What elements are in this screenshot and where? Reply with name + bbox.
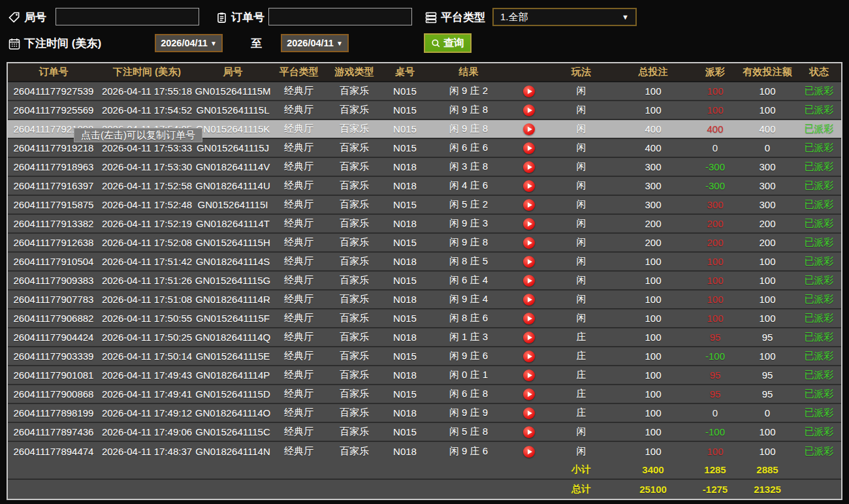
play-type-cell: 庄 [549,385,614,403]
order-cell[interactable]: 260411177916397 [8,177,99,195]
game-cell: 百家乐 [327,139,382,157]
header-round: 局号 [195,63,271,81]
table-row[interactable]: 2604111779133822026-04-11 17:52:19GN0182… [8,215,841,234]
status-cell: 已派彩 [797,366,841,384]
play-video-icon[interactable] [523,313,535,324]
order-cell[interactable]: 260411177901081 [8,366,99,384]
result-cell: 闲 9 庄 8 [428,120,509,138]
order-cell[interactable]: 260411177906882 [8,309,99,327]
payout-cell: 300 [692,196,738,213]
order-input[interactable] [268,8,412,25]
total-bet-cell: 300 [614,196,692,213]
table-cell: N018 [382,442,428,461]
date-range-to-label: 至 [251,36,262,51]
play-video-icon[interactable] [523,332,535,343]
order-cell[interactable]: 260411177913382 [8,215,99,232]
table-row[interactable]: 2604111779068822026-04-11 17:50:55GN0152… [8,309,841,328]
table-row[interactable]: 2604111779275392026-04-11 17:55:18GN0152… [8,82,841,101]
order-cell[interactable]: 260411177912638 [8,234,99,251]
grandtotal-payout: -1275 [692,480,738,499]
payout-cell: -300 [692,158,738,176]
play-video-icon[interactable] [523,161,535,173]
table-row[interactable]: 2604111779077832026-04-11 17:51:08GN0182… [8,291,841,309]
order-cell[interactable]: 260411177909383 [8,272,99,289]
table-row[interactable]: 2604111778981992026-04-11 17:49:12GN0182… [8,404,841,423]
order-cell[interactable]: 260411177904424 [8,328,99,346]
play-video-icon[interactable] [523,256,535,268]
play-video-icon[interactable] [523,294,535,306]
total-bet-cell: 100 [614,253,692,270]
server-stack-icon [424,11,438,24]
order-cell[interactable]: 260411177903339 [8,347,99,365]
order-cell[interactable]: 260411177925569 [8,101,99,119]
play-video-icon[interactable] [523,370,535,381]
play-video-icon[interactable] [523,218,535,230]
game-cell: 百家乐 [327,196,382,213]
valid-bet-cell: 100 [738,82,797,100]
table-row[interactable]: 2604111779010812026-04-11 17:49:43GN0182… [8,366,841,385]
table-cell: N018 [382,177,428,195]
bet-time-cell: 2026-04-11 17:48:37 [99,442,195,461]
play-video-icon[interactable] [523,351,535,362]
date-from-select[interactable]: 2026/04/11 ▼ [155,34,223,52]
play-video-icon[interactable] [523,426,535,438]
order-cell[interactable]: 260411177894474 [8,442,99,461]
table-row[interactable]: 2604111778944742026-04-11 17:48:37GN0182… [8,442,841,461]
play-video-icon[interactable] [523,86,535,97]
table-row[interactable]: 2604111779189632026-04-11 17:53:30GN0182… [8,158,841,177]
status-cell: 已派彩 [797,328,841,346]
search-button[interactable]: 查询 [424,33,472,53]
date-to-select[interactable]: 2026/04/11 ▼ [281,34,349,52]
play-video-icon[interactable] [523,407,535,419]
game-cell: 百家乐 [327,272,382,289]
order-cell[interactable]: 260411177910504 [8,253,99,270]
order-cell[interactable]: 260411177907783 [8,291,99,308]
order-cell[interactable]: 260411177900868 [8,385,99,403]
play-cell [509,309,549,327]
bet-time-cell: 2026-04-11 17:52:48 [99,196,195,213]
play-video-icon[interactable] [523,123,535,135]
order-cell[interactable]: 260411177918963 [8,158,99,176]
play-video-icon[interactable] [523,142,535,154]
round-cell: GN0152641115C [195,423,271,441]
order-cell[interactable]: 260411177898199 [8,404,99,422]
order-cell[interactable]: 260411177927539 [8,82,99,100]
bet-time-filter-label-group: 下注时间 (美东) [8,36,101,51]
platform-select[interactable]: 1.全部 ▼ [492,8,637,26]
bet-time-cell: 2026-04-11 17:54:52 [99,101,195,119]
table-row[interactable]: 2604111778974362026-04-11 17:49:06GN0152… [8,423,841,442]
chevron-down-icon: ▼ [210,40,217,47]
status-cell: 已派彩 [797,347,841,365]
table-row[interactable]: 2604111779044242026-04-11 17:50:25GN0182… [8,328,841,347]
valid-bet-cell: 100 [738,309,797,327]
round-cell: GN0182641114N [195,442,271,461]
play-type-cell: 闲 [549,196,614,213]
round-filter-label-group: 局号 [8,10,46,25]
table-row[interactable]: 2604111779033392026-04-11 17:50:14GN0152… [8,347,841,366]
table-row[interactable]: 2604111779163972026-04-11 17:52:58GN0182… [8,177,841,196]
play-video-icon[interactable] [523,199,535,211]
order-cell[interactable]: 260411177897436 [8,423,99,441]
play-video-icon[interactable] [523,388,535,400]
bet-time-cell: 2026-04-11 17:51:42 [99,253,195,270]
play-video-icon[interactable] [523,237,535,249]
round-input[interactable] [56,8,199,25]
table-cell: N015 [382,234,428,251]
play-video-icon[interactable] [523,180,535,192]
platform-cell: 经典厅 [271,158,327,176]
play-cell [509,196,549,213]
round-cell: GN0152641115G [195,272,271,289]
play-video-icon[interactable] [523,275,535,287]
table-row[interactable]: 2604111779126382026-04-11 17:52:08GN0152… [8,234,841,253]
order-cell[interactable]: 260411177915875 [8,196,99,213]
table-row[interactable]: 2604111779008682026-04-11 17:49:41GN0152… [8,385,841,404]
header-play [509,63,549,81]
payout-cell: 100 [692,291,738,308]
play-video-icon[interactable] [523,446,535,458]
play-video-icon[interactable] [523,104,535,116]
table-row[interactable]: 2604111779255692026-04-11 17:54:52GN0152… [8,101,841,120]
table-row[interactable]: 2604111779158752026-04-11 17:52:48GN0152… [8,196,841,215]
play-cell [509,272,549,289]
table-row[interactable]: 2604111779105042026-04-11 17:51:42GN0182… [8,253,841,272]
table-row[interactable]: 2604111779093832026-04-11 17:51:26GN0152… [8,272,841,291]
